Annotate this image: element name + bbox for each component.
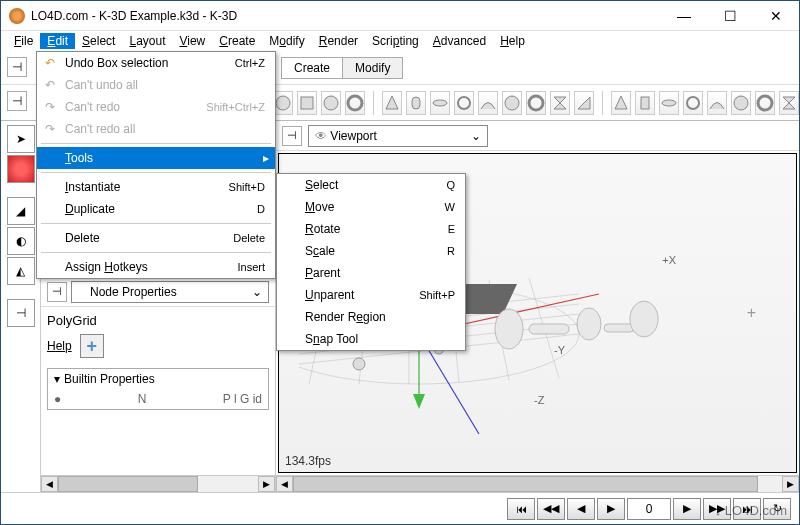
svg-point-14 [687, 97, 699, 109]
tab-modify[interactable]: Modify [343, 58, 402, 78]
divider [373, 91, 374, 115]
separator [41, 143, 271, 144]
wedge-icon[interactable] [574, 91, 594, 115]
sphere2-icon[interactable] [321, 91, 341, 115]
torus3-icon[interactable] [755, 91, 775, 115]
tool-snap[interactable]: Snap Tool [277, 328, 465, 350]
play-button[interactable]: ▶ [597, 498, 625, 520]
svg-point-34 [495, 309, 523, 349]
menu-instantiate[interactable]: InstantiateShift+D [37, 176, 275, 198]
cube-tool[interactable] [7, 155, 35, 183]
add-button[interactable]: + [80, 334, 104, 358]
ring2-icon[interactable] [683, 91, 703, 115]
property-row: ●NP l G id [48, 389, 268, 409]
undo-icon: ↶ [42, 77, 58, 93]
viewport-scrollbar[interactable]: ◀ ▶ [276, 475, 799, 492]
menu-hotkeys[interactable]: Assign HotkeysInsert [37, 256, 275, 278]
close-button[interactable]: ✕ [753, 1, 799, 30]
hourglass-icon[interactable] [550, 91, 570, 115]
mode-tabs: Create Modify [281, 57, 403, 79]
para2-icon[interactable] [707, 91, 727, 115]
face-tool[interactable]: ◐ [7, 227, 35, 255]
maximize-button[interactable]: ☐ [707, 1, 753, 30]
cube-icon[interactable] [297, 91, 317, 115]
pin-tool[interactable]: ⊣ [7, 299, 35, 327]
tool-select[interactable]: SelectQ [277, 174, 465, 196]
minimize-button[interactable]: — [661, 1, 707, 30]
tool-rotate[interactable]: RotateE [277, 218, 465, 240]
menu-file[interactable]: File [7, 33, 40, 49]
tool-move[interactable]: MoveW [277, 196, 465, 218]
section-header[interactable]: ▾ Builtin Properties [48, 369, 268, 389]
app-icon [9, 8, 25, 24]
disc2-icon[interactable] [659, 91, 679, 115]
pointer-tool[interactable]: ➤ [7, 125, 35, 153]
menu-edit[interactable]: Edit [40, 33, 75, 49]
next-frame-button[interactable]: ▶ [673, 498, 701, 520]
watermark: ↓ LO4D.com [715, 503, 787, 518]
hourglass2-icon[interactable] [779, 91, 799, 115]
scroll-thumb[interactable] [58, 476, 198, 492]
play-back-button[interactable]: ◀ [567, 498, 595, 520]
tool-scale[interactable]: ScaleR [277, 240, 465, 262]
menu-duplicate[interactable]: DuplicateD [37, 198, 275, 220]
menu-scripting[interactable]: Scripting [365, 33, 426, 49]
tool-render-region[interactable]: Render Region [277, 306, 465, 328]
svg-point-3 [276, 96, 290, 110]
builtin-properties-section: ▾ Builtin Properties ●NP l G id [47, 368, 269, 410]
prev-keyframe-button[interactable]: ◀◀ [537, 498, 565, 520]
menu-select[interactable]: Select [75, 33, 122, 49]
scroll-right-icon[interactable]: ▶ [782, 476, 799, 492]
menu-render[interactable]: Render [312, 33, 365, 49]
menu-undo-all[interactable]: ↶ Can't undo all [37, 74, 275, 96]
first-frame-button[interactable]: ⏮ [507, 498, 535, 520]
menu-view[interactable]: View [172, 33, 212, 49]
sphere-icon[interactable] [273, 91, 293, 115]
torus2-icon[interactable] [526, 91, 546, 115]
axis-z-label: -Z [534, 394, 544, 406]
pin-icon[interactable]: ⊣ [7, 57, 27, 77]
frame-field[interactable]: 0 [627, 498, 671, 520]
sphere4-icon[interactable] [731, 91, 751, 115]
collapse-icon: ▾ [54, 372, 60, 386]
tool-unparent[interactable]: UnparentShift+P [277, 284, 465, 306]
menu-help[interactable]: Help [493, 33, 532, 49]
panel-mode-combo[interactable]: Node Properties ⌄ [71, 281, 269, 303]
node-name-label: PolyGrid [47, 313, 269, 328]
vertex-tool[interactable]: ◭ [7, 257, 35, 285]
pin-icon[interactable]: ⊣ [282, 126, 302, 146]
edge-tool[interactable]: ◢ [7, 197, 35, 225]
tab-create[interactable]: Create [282, 58, 343, 78]
cyl2-icon[interactable] [635, 91, 655, 115]
torus-icon[interactable] [345, 91, 365, 115]
tool-parent[interactable]: Parent [277, 262, 465, 284]
scroll-left-icon[interactable]: ◀ [276, 476, 293, 492]
help-link[interactable]: Help [47, 339, 72, 353]
ring-icon[interactable] [454, 91, 474, 115]
cylinder-icon[interactable] [406, 91, 426, 115]
svg-point-11 [529, 96, 543, 110]
para-icon[interactable] [478, 91, 498, 115]
scroll-right-icon[interactable]: ▶ [258, 476, 275, 492]
menubar: File Edit Select Layout View Create Modi… [1, 31, 799, 51]
menu-modify[interactable]: Modify [262, 33, 311, 49]
menu-undo[interactable]: ↶ Undo Box selectionCtrl+Z [37, 52, 275, 74]
scroll-thumb[interactable] [293, 476, 758, 492]
panel-scrollbar[interactable]: ◀ ▶ [41, 475, 275, 492]
cone2-icon[interactable] [611, 91, 631, 115]
menu-advanced[interactable]: Advanced [426, 33, 493, 49]
sphere3-icon[interactable] [502, 91, 522, 115]
scroll-left-icon[interactable]: ◀ [41, 476, 58, 492]
svg-point-15 [734, 96, 748, 110]
menu-redo[interactable]: ↷ Can't redoShift+Ctrl+Z [37, 96, 275, 118]
menu-redo-all[interactable]: ↷ Can't redo all [37, 118, 275, 140]
pin-icon[interactable]: ⊣ [7, 91, 27, 111]
viewport-combo[interactable]: 👁 Viewport ⌄ [308, 125, 488, 147]
menu-layout[interactable]: Layout [122, 33, 172, 49]
menu-tools[interactable]: Tools▸ [37, 147, 275, 169]
menu-delete[interactable]: DeleteDelete [37, 227, 275, 249]
disc-icon[interactable] [430, 91, 450, 115]
pin-icon[interactable]: ⊣ [47, 282, 67, 302]
menu-create[interactable]: Create [212, 33, 262, 49]
cone-icon[interactable] [382, 91, 402, 115]
